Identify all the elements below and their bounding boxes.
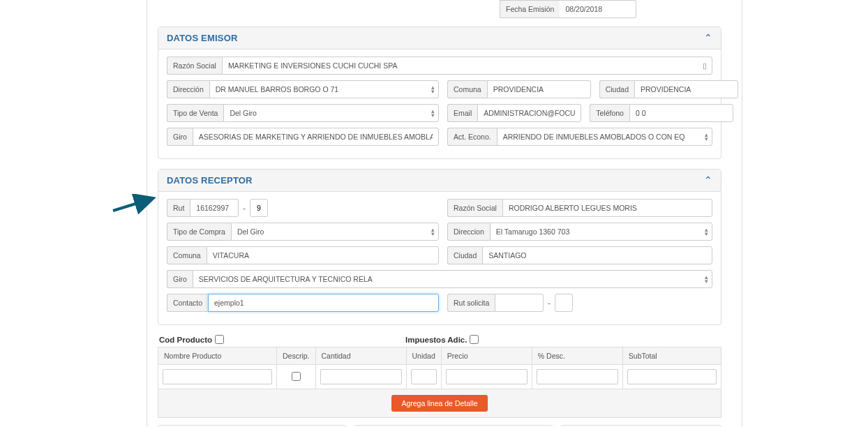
label-ciudad-receptor: Ciudad: [447, 246, 482, 264]
input-direccion-emisor[interactable]: [209, 80, 439, 98]
label-tipocompra: Tipo de Compra: [167, 223, 231, 241]
input-rutsolicita[interactable]: [495, 294, 544, 312]
input-telefono-emisor[interactable]: [629, 104, 733, 122]
text-cod-producto: Cod Producto: [159, 336, 212, 344]
arrow-pointer-icon: [112, 194, 160, 215]
input-actecono[interactable]: [497, 128, 712, 146]
panel-receptor: DATOS RECEPTOR ⌃ Rut - Razón Social Tipo…: [158, 169, 721, 325]
table-detalle: Nombre Producto Descrip. Cantidad Unidad…: [158, 347, 721, 389]
fecha-emision-input[interactable]: [560, 0, 636, 18]
th-descrip: Descrip.: [277, 347, 316, 365]
label-telefono-emisor: Teléfono: [590, 104, 629, 122]
label-rut-receptor: Rut: [167, 199, 190, 217]
label-rutsolicita: Rut solicita: [447, 294, 495, 312]
input-pdesc[interactable]: [537, 369, 618, 384]
input-rut-dv-receptor[interactable]: [250, 199, 268, 217]
label-tipoventa: Tipo de Venta: [167, 104, 223, 122]
label-direccion-emisor: Dirección: [167, 80, 209, 98]
input-ciudad-receptor[interactable]: [482, 246, 712, 264]
th-precio: Precio: [441, 347, 532, 365]
panel-title-emisor: DATOS EMISOR: [167, 33, 238, 43]
input-giro-receptor[interactable]: [193, 270, 712, 288]
panel-title-receptor: DATOS RECEPTOR: [167, 175, 253, 186]
input-giro-emisor[interactable]: [193, 128, 439, 146]
input-nombre-producto[interactable]: [163, 369, 272, 384]
panel-heading-emisor[interactable]: DATOS EMISOR ⌃: [158, 27, 721, 50]
label-impuestos-adic: Impuestos Adic.: [405, 335, 479, 344]
checkbox-descrip[interactable]: [292, 372, 301, 381]
text-impuestos-adic: Impuestos Adic.: [405, 336, 467, 344]
add-line-button[interactable]: Agrega linea de Detalle: [391, 395, 487, 412]
label-giro-receptor: Giro: [167, 270, 193, 288]
input-unidad[interactable]: [411, 369, 437, 384]
input-razon-social-emisor[interactable]: [222, 57, 712, 75]
label-contacto: Contacto: [167, 294, 208, 312]
table-row: [158, 365, 721, 389]
fecha-emision-row: Fecha Emisión: [158, 0, 721, 18]
label-razon-social-emisor: Razón Social: [167, 57, 222, 75]
input-cantidad[interactable]: [320, 369, 402, 384]
fecha-emision-label: Fecha Emisión: [500, 0, 560, 18]
input-rutsolicita-dv[interactable]: [555, 294, 573, 312]
input-contacto[interactable]: [208, 294, 439, 312]
label-cod-producto: Cod Producto: [159, 335, 224, 344]
svg-line-0: [113, 198, 154, 211]
rutsolicita-dash: -: [544, 294, 555, 311]
input-razon-social-receptor[interactable]: [502, 199, 712, 217]
label-actecono: Act. Econo.: [447, 128, 497, 146]
input-rut-receptor[interactable]: [190, 199, 239, 217]
th-subtotal: SubTotal: [622, 347, 721, 365]
chevron-up-icon: ⌃: [704, 177, 712, 185]
input-direccion-receptor[interactable]: [490, 223, 712, 241]
input-tipoventa[interactable]: [223, 104, 439, 122]
th-nombre: Nombre Producto: [158, 347, 277, 365]
checkbox-cod-producto[interactable]: [215, 335, 224, 344]
th-unidad: Unidad: [406, 347, 441, 365]
label-razon-social-receptor: Razón Social: [447, 199, 502, 217]
document-icon: ▯: [703, 61, 707, 70]
label-direccion-receptor: Direccion: [447, 223, 490, 241]
label-comuna-emisor: Comuna: [447, 80, 487, 98]
input-tipocompra[interactable]: [231, 223, 439, 241]
label-ciudad-emisor: Ciudad: [599, 80, 634, 98]
input-subtotal[interactable]: [627, 369, 717, 384]
panel-emisor: DATOS EMISOR ⌃ Razón Social ▯ Dirección …: [158, 27, 721, 159]
label-giro-emisor: Giro: [167, 128, 193, 146]
th-cantidad: Cantidad: [315, 347, 406, 365]
chevron-up-icon: ⌃: [704, 34, 712, 43]
th-pdesc: % Desc.: [532, 347, 622, 365]
input-comuna-receptor[interactable]: [207, 246, 439, 264]
input-ciudad-emisor[interactable]: [634, 80, 738, 98]
input-precio[interactable]: [446, 369, 527, 384]
label-comuna-receptor: Comuna: [167, 246, 207, 264]
panel-heading-receptor[interactable]: DATOS RECEPTOR ⌃: [158, 170, 721, 192]
label-email-emisor: Email: [447, 104, 477, 122]
rut-dash: -: [239, 200, 250, 216]
input-comuna-emisor[interactable]: [487, 80, 591, 98]
input-email-emisor[interactable]: [477, 104, 581, 122]
checkbox-impuestos-adic[interactable]: [470, 335, 479, 344]
